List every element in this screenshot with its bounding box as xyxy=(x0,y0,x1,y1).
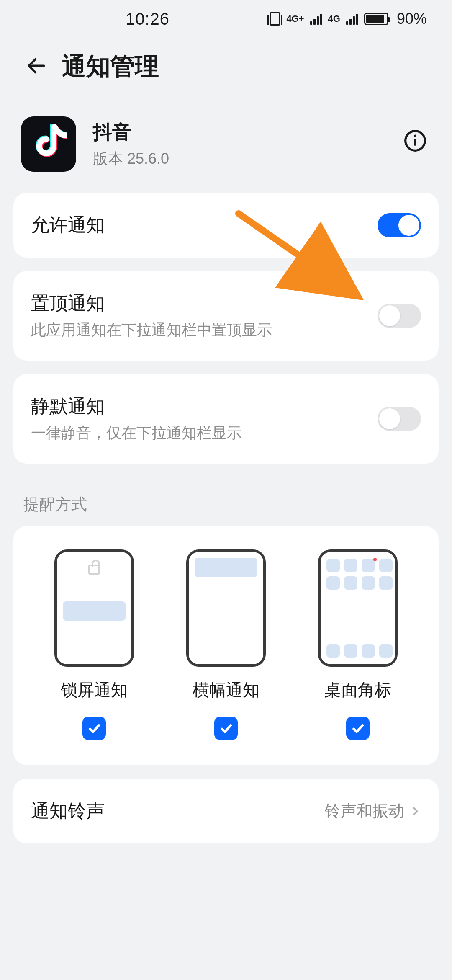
page-title: 通知管理 xyxy=(62,50,159,83)
vibrate-icon xyxy=(270,12,280,26)
checkbox-lockscreen[interactable] xyxy=(82,717,106,740)
signal-2-icon xyxy=(346,13,358,25)
row-silent-notifications[interactable]: 静默通知 一律静音，仅在下拉通知栏显示 xyxy=(13,374,439,464)
mode-lockscreen-label: 锁屏通知 xyxy=(61,678,128,701)
pin-sub: 此应用通知在下拉通知栏中置顶显示 xyxy=(31,320,272,340)
signal-1-icon xyxy=(310,13,322,25)
status-right: 4G+ 4G 90% xyxy=(270,10,427,28)
pin-title: 置顶通知 xyxy=(31,291,272,316)
check-icon xyxy=(351,721,365,735)
status-time: 10:26 xyxy=(126,10,170,28)
app-name: 抖音 xyxy=(93,119,169,145)
toggle-pin-notifications[interactable] xyxy=(378,304,421,328)
card-ringtone: 通知铃声 铃声和振动 xyxy=(13,779,439,843)
illustration-lockscreen-icon xyxy=(54,549,134,667)
section-header-reminder: 提醒方式 xyxy=(0,477,452,526)
row-pin-notifications[interactable]: 置顶通知 此应用通知在下拉通知栏中置顶显示 xyxy=(13,271,439,361)
check-icon xyxy=(87,721,101,735)
svg-point-3 xyxy=(414,135,416,137)
row-allow-notifications[interactable]: 允许通知 xyxy=(13,193,439,258)
card-reminder-modes: 锁屏通知 横幅通知 桌面角标 xyxy=(13,526,439,765)
app-info-button[interactable] xyxy=(403,129,427,154)
info-icon xyxy=(403,129,427,152)
arrow-left-icon xyxy=(25,54,48,77)
card-allow-notifications: 允许通知 xyxy=(13,193,439,258)
toggle-silent-notifications[interactable] xyxy=(378,407,421,431)
mode-badge[interactable]: 桌面角标 xyxy=(296,549,419,740)
battery-icon xyxy=(364,13,388,25)
mode-banner[interactable]: 横幅通知 xyxy=(164,549,288,740)
app-version: 版本 25.6.0 xyxy=(93,149,169,169)
mode-banner-label: 横幅通知 xyxy=(193,678,259,701)
row-ringtone[interactable]: 通知铃声 铃声和振动 xyxy=(13,779,439,843)
page-header: 通知管理 xyxy=(0,38,452,100)
mode-badge-label: 桌面角标 xyxy=(324,678,391,701)
card-pin-notifications: 置顶通知 此应用通知在下拉通知栏中置顶显示 xyxy=(13,271,439,361)
app-info-row: 抖音 版本 25.6.0 xyxy=(0,100,452,193)
app-icon xyxy=(21,116,76,172)
allow-title: 允许通知 xyxy=(31,213,105,237)
card-silent-notifications: 静默通知 一律静音，仅在下拉通知栏显示 xyxy=(13,374,439,464)
app-meta: 抖音 版本 25.6.0 xyxy=(93,119,169,169)
check-icon xyxy=(219,721,233,735)
ringtone-value: 铃声和振动 xyxy=(325,800,404,822)
status-bar: 10:26 4G+ 4G 90% xyxy=(0,0,452,38)
silent-title: 静默通知 xyxy=(31,394,242,419)
checkbox-banner[interactable] xyxy=(214,717,238,740)
checkbox-badge[interactable] xyxy=(346,717,370,740)
network-2-label: 4G xyxy=(328,15,340,23)
toggle-allow-notifications[interactable] xyxy=(378,213,421,237)
battery-percent: 90% xyxy=(397,10,427,28)
illustration-badge-icon xyxy=(318,549,398,667)
back-button[interactable] xyxy=(25,54,48,79)
ringtone-title: 通知铃声 xyxy=(31,799,105,823)
douyin-icon xyxy=(31,124,67,164)
mode-lockscreen[interactable]: 锁屏通知 xyxy=(33,549,156,740)
illustration-banner-icon xyxy=(186,549,266,667)
ringtone-value-wrap: 铃声和振动 xyxy=(325,800,421,822)
silent-sub: 一律静音，仅在下拉通知栏显示 xyxy=(31,423,242,444)
network-1-label: 4G+ xyxy=(286,15,304,23)
chevron-right-icon xyxy=(409,805,421,817)
